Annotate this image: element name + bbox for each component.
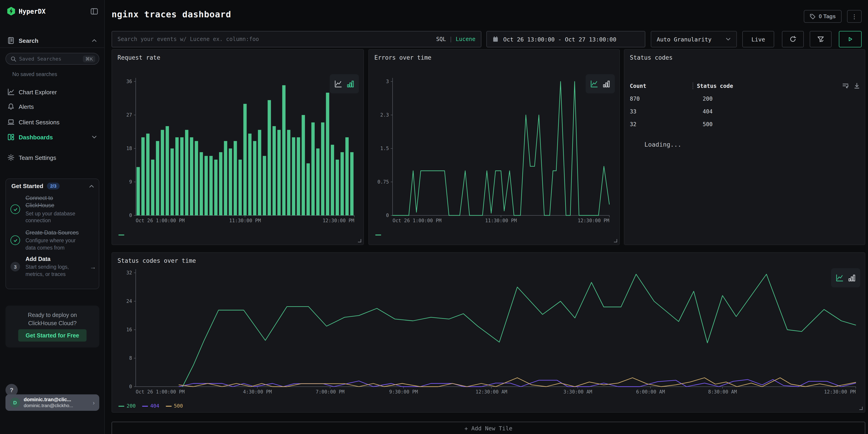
table-row[interactable]: 870 200 [630,96,860,102]
bar-chart-icon[interactable] [602,80,610,88]
series-dash [166,406,172,406]
table-row[interactable]: 32 500 [630,121,860,127]
refresh-icon [789,35,797,43]
run-query-button[interactable] [839,31,862,48]
loading-indicator: Loading... [644,141,682,148]
legend-item: 200 [118,403,136,409]
sidebar-collapse-icon[interactable] [91,8,98,15]
tags-label: 0 Tags [819,13,836,20]
step-title: Create Data Sources [26,229,79,237]
line-chart-icon[interactable] [836,274,843,282]
chart-type-toolbar [586,74,615,93]
chevron-down-icon [725,36,731,42]
event-search-input[interactable] [118,36,432,42]
add-new-tile-button[interactable]: + Add New Tile [112,422,865,434]
legend-label: 500 [174,403,183,409]
bell-icon [7,103,14,110]
hyperdx-logo-icon [7,7,15,16]
svg-text:9:30:00 PM: 9:30:00 PM [389,389,418,395]
filter-funnel-icon [817,35,824,43]
date-range-picker[interactable]: Oct 26 13:00:00 - Oct 27 13:00:00 [486,31,645,48]
resize-handle[interactable] [614,239,617,242]
svg-text:18: 18 [126,146,132,151]
sidebar-item-client-sessions[interactable]: Client Sessions [0,116,104,128]
column-resize-handle[interactable] [693,83,693,89]
svg-text:Oct 26 1:00:00 PM: Oct 26 1:00:00 PM [136,389,185,395]
tile-title: Status codes [630,54,673,61]
chart-legend: 200 404 500 [118,403,183,409]
svg-text:12:30:00 PM: 12:30:00 PM [578,218,609,223]
errors-over-time-chart[interactable]: 00.751.52.33Oct 26 1:00:00 PM11:30:00 PM… [373,75,615,227]
page-title: nginx traces dashboard [112,9,231,19]
brand[interactable]: HyperDX [7,7,45,16]
chevron-down-icon[interactable] [92,134,97,140]
event-search-box[interactable]: SQL | Lucene [112,31,482,48]
get-started-title: Get Started [11,183,43,189]
status-codes-over-time-chart[interactable]: 08162432Oct 26 1:00:00 PM4:30:00 PM7:00:… [117,267,861,399]
gear-icon [7,154,14,161]
bar-chart-icon[interactable] [347,80,354,88]
chevron-up-icon[interactable] [89,183,94,189]
granularity-value: Auto Granularity [657,36,712,42]
svg-text:4:30:00 PM: 4:30:00 PM [243,389,272,395]
sidebar-item-label: Search [19,37,38,44]
lucene-toggle[interactable]: Lucene [456,36,475,42]
download-icon[interactable] [854,83,860,89]
cell-status-code: 200 [698,96,860,102]
user-email: dominic.tran@clickho... [24,403,73,409]
saved-searches-input[interactable] [19,56,81,62]
no-saved-searches-text: No saved searches [12,71,57,77]
bar-chart-icon[interactable] [848,274,856,282]
svg-text:3:30:00 AM: 3:30:00 AM [563,389,592,395]
sidebar-item-dashboards[interactable]: Dashboards [0,131,104,143]
chevron-right-icon: › [93,399,95,406]
brand-name: HyperDX [19,7,45,15]
request-rate-chart[interactable]: 09182736Oct 26 1:00:00 PM11:30:00 PM12:3… [117,75,360,227]
tile-title: Status codes over time [118,257,196,264]
get-started-step-sources[interactable]: Create Data Sources Configure where your… [10,229,96,252]
svg-text:36: 36 [126,79,132,84]
table-row[interactable]: 33 404 [630,108,860,115]
step-title: Connect to [26,195,53,201]
get-started-step-add-data[interactable]: 3 Add Data Start sending logs,metrics, o… [10,255,96,278]
column-header-status-code[interactable]: Status code [697,83,842,89]
sidebar-item-label: Client Sessions [19,119,59,125]
cell-count: 32 [630,121,698,127]
step-title: Add Data [26,255,84,263]
resize-handle[interactable] [859,407,863,410]
refresh-button[interactable] [782,31,804,48]
chart-legend [118,235,124,236]
user-menu[interactable]: D dominic.tran@clic... dominic.tran@clic… [5,394,99,411]
sidebar-item-team-settings[interactable]: Team Settings [0,152,104,163]
line-chart-icon[interactable] [334,80,342,88]
wrap-lines-icon[interactable] [842,83,849,89]
more-options-button[interactable]: ⋮ [847,10,862,23]
column-header-count[interactable]: Count [630,83,693,89]
get-started-step-connect[interactable]: Connect toClickHouse Set up your databas… [10,194,96,224]
chart-type-toolbar [831,268,860,287]
svg-text:11:30:00 PM: 11:30:00 PM [485,218,517,223]
saved-searches-box[interactable]: ⌘K [5,53,99,65]
sidebar-item-chart-explorer[interactable]: Chart Explorer [0,86,104,98]
granularity-select[interactable]: Auto Granularity [651,31,737,48]
resize-handle[interactable] [358,239,361,242]
tags-button[interactable]: 0 Tags [804,10,842,23]
sidebar-item-label: Chart Explorer [19,89,57,95]
live-button[interactable]: Live [742,31,774,48]
get-started-free-button[interactable]: Get Started for Free [18,329,87,342]
chevron-up-icon[interactable] [92,38,97,43]
promo-text: Ready to deploy onClickHouse Cloud? [5,306,99,328]
sidebar-item-label: Team Settings [19,154,56,161]
check-circle-icon [10,205,20,214]
filter-button[interactable] [810,31,832,48]
divider [0,48,104,48]
line-chart-icon[interactable] [590,80,598,88]
get-started-card: Get Started 2/3 Connect toClickHouse Set… [5,179,99,289]
sidebar-item-search[interactable]: Search [0,35,104,46]
svg-text:12:30:00 PM: 12:30:00 PM [323,218,354,223]
sql-toggle[interactable]: SQL [436,36,446,42]
sidebar-item-alerts[interactable]: Alerts [0,101,104,113]
svg-text:0: 0 [129,213,132,218]
step-number-badge: 3 [10,262,20,272]
kebab-icon: ⋮ [851,13,857,20]
